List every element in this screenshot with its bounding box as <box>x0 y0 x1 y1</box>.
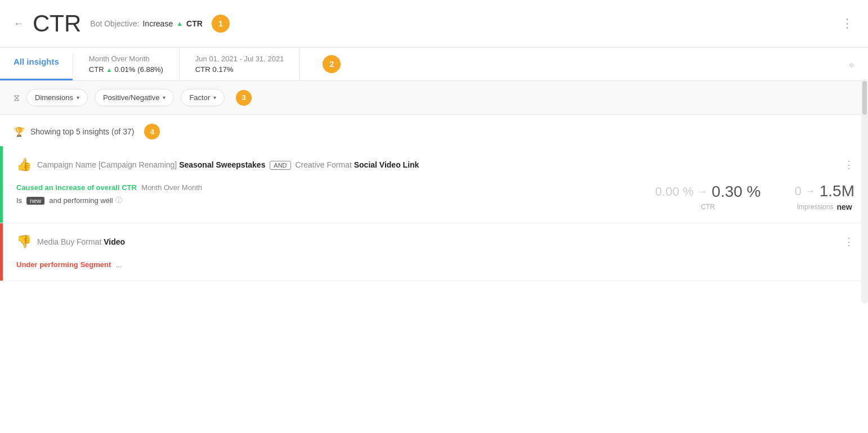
insight-1-campaign-prefix: Campaign Name [Campaign Renaming] <box>37 160 177 169</box>
insight-2-body-text: Under performing Segment ... <box>16 259 854 269</box>
positive-negative-filter-button[interactable]: Positive/Negative ▾ <box>95 89 174 106</box>
insight-1-format-prefix: Creative Format <box>295 160 351 169</box>
filter-bar: ⧖ Dimensions ▾ Positive/Negative ▾ Facto… <box>0 81 868 115</box>
thumbs-down-icon: 👎 <box>16 234 32 249</box>
tab-date-title: Jun 01, 2021 - Jul 31, 2021 <box>195 55 284 63</box>
info-icon[interactable]: ⓘ <box>115 196 122 205</box>
insight-2-title: Media Buy Format Video <box>37 237 125 246</box>
tab-month-over-month[interactable]: Month Over Month CTR ▲ 0.01% (6.88%) <box>73 48 180 80</box>
ctr-metric-group: 0.00 % → 0.30 % CTR <box>655 183 761 211</box>
insight-1-cause-text: Caused an increase of overall CTR <box>16 183 137 192</box>
insight-1-format-value: Social Video Link <box>354 160 419 169</box>
factor-chevron-icon: ▾ <box>213 94 216 101</box>
dimensions-filter-button[interactable]: Dimensions ▾ <box>26 89 88 106</box>
insight-2-more-menu[interactable]: ⋮ <box>844 236 854 248</box>
imp-after: 1.5M <box>820 182 854 200</box>
tab-mom-value: CTR ▲ 0.01% (6.88%) <box>89 65 163 74</box>
step-badge-4: 4 <box>144 124 160 139</box>
imp-metric-label: Impressions new <box>797 202 852 211</box>
new-badge: new <box>26 197 44 205</box>
positive-negative-chevron-icon: ▾ <box>163 94 165 101</box>
tab-date-ctr-label: CTR <box>195 65 211 74</box>
insight-1-metrics: 0.00 % → 0.30 % CTR 0 → 1.5M Impressions… <box>655 182 854 211</box>
thumbs-up-icon: 👍 <box>16 157 32 172</box>
mom-up-arrow-icon: ▲ <box>106 66 113 73</box>
ctr-metric-label: CTR <box>701 203 715 211</box>
impressions-metric-values: 0 → 1.5M <box>795 182 855 200</box>
ctr-after: 0.30 % <box>712 183 760 201</box>
tab-all-insights[interactable]: All insights <box>0 48 73 80</box>
bot-objective-metric: CTR <box>186 19 203 28</box>
insight-1-campaign-name: Seasonal Sweepstakes <box>179 160 265 169</box>
bot-objective: Bot Objective: Increase ▲ CTR <box>90 19 203 28</box>
imp-label-text: Impressions <box>797 203 834 211</box>
insight-1-is-label: Is <box>16 196 22 205</box>
impressions-metric-group: 0 → 1.5M Impressions new <box>795 182 855 211</box>
ctr-metric-values: 0.00 % → 0.30 % <box>655 183 761 201</box>
tab-date-range[interactable]: Jun 01, 2021 - Jul 31, 2021 CTR 0.17% <box>180 48 301 80</box>
insight-2-cause-text: Under performing Segment <box>16 260 111 269</box>
insight-1-cause-row: Caused an increase of overall CTR Month … <box>16 182 655 192</box>
tab-mom-ctr-label: CTR <box>89 65 104 74</box>
insight-1-body: Caused an increase of overall CTR Month … <box>16 182 854 211</box>
tab-bar: All insights Month Over Month CTR ▲ 0.01… <box>0 48 868 81</box>
insight-1-more-menu[interactable]: ⋮ <box>844 159 854 171</box>
insights-count-text: Showing top 5 insights (of 37) <box>30 127 134 136</box>
insight-1-cause-subtext: Month Over Month <box>141 183 202 192</box>
insight-card-1-content: 👍 Campaign Name [Campaign Renaming] Seas… <box>3 146 868 223</box>
insight-2-body: Under performing Segment ... <box>16 259 854 269</box>
insight-1-status-row: Is new and performing well ⓘ <box>16 196 655 205</box>
insight-2-cause-subtext: ... <box>116 260 122 269</box>
tab-mom-title: Month Over Month <box>89 55 163 63</box>
step-badge-3: 3 <box>236 90 252 106</box>
tab-date-ctr: CTR 0.17% <box>195 65 284 74</box>
and-badge: AND <box>270 161 290 170</box>
header: ← CTR Bot Objective: Increase ▲ CTR 1 ⋮ <box>0 0 868 48</box>
header-more-menu[interactable]: ⋮ <box>841 16 854 31</box>
step-badge-2: 2 <box>323 55 341 73</box>
insight-1-header: 👍 Campaign Name [Campaign Renaming] Seas… <box>16 157 854 172</box>
filter-icon: ⧖ <box>14 93 20 103</box>
dimensions-chevron-icon: ▾ <box>77 94 79 101</box>
insight-card-2-content: 👎 Media Buy Format Video ⋮ Under perform… <box>3 223 868 281</box>
ctr-before: 0.00 % <box>655 184 694 199</box>
scrollbar-thumb[interactable] <box>862 81 867 115</box>
imp-before: 0 <box>795 184 802 199</box>
dimensions-label: Dimensions <box>35 93 73 102</box>
insight-1-body-text: Caused an increase of overall CTR Month … <box>16 182 655 205</box>
page-title: CTR <box>33 10 81 37</box>
insight-card-2: 👎 Media Buy Format Video ⋮ Under perform… <box>0 223 868 281</box>
scrollbar[interactable] <box>861 79 868 304</box>
step-badge-2-container: 2 <box>314 48 341 80</box>
insights-count-bar: 🏆 Showing top 5 insights (of 37) 4 <box>0 115 868 146</box>
step-badge-1: 1 <box>212 15 230 33</box>
tab-mom-pct: (6.88%) <box>137 65 163 74</box>
tab-mom-change: 0.01% <box>114 65 135 74</box>
imp-new-badge: new <box>836 202 852 211</box>
tab-expand-button[interactable]: ⬦ <box>848 48 868 80</box>
increase-arrow-icon: ▲ <box>176 20 183 28</box>
insight-2-header: 👎 Media Buy Format Video ⋮ <box>16 234 854 249</box>
factor-filter-button[interactable]: Factor ▾ <box>181 89 225 106</box>
imp-arrow-icon: → <box>806 186 815 196</box>
insight-2-format-value: Video <box>104 237 125 246</box>
insight-2-format-prefix: Media Buy Format <box>37 237 101 246</box>
insight-card-1: 👍 Campaign Name [Campaign Renaming] Seas… <box>0 146 868 223</box>
back-button[interactable]: ← <box>14 18 24 30</box>
ctr-arrow-icon: → <box>698 187 707 197</box>
trophy-icon: 🏆 <box>14 127 25 137</box>
bot-objective-label: Bot Objective: <box>90 19 139 28</box>
bot-objective-action: Increase <box>142 19 173 28</box>
tab-date-ctr-value: 0.17% <box>213 65 234 74</box>
insight-1-title: Campaign Name [Campaign Renaming] Season… <box>37 160 419 169</box>
factor-label: Factor <box>189 93 210 102</box>
insight-1-performing-text: and performing well <box>49 196 113 205</box>
positive-negative-label: Positive/Negative <box>103 93 159 102</box>
